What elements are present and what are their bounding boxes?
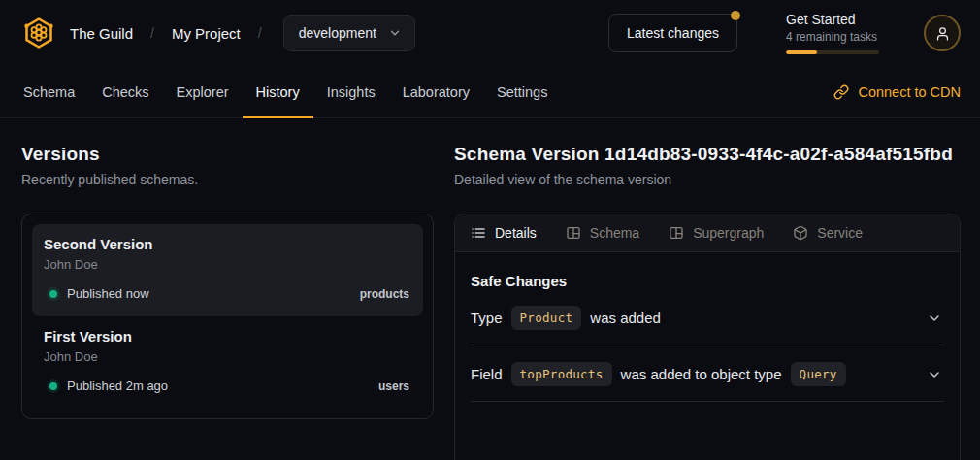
- change-prefix: Type: [471, 310, 503, 326]
- get-started-widget[interactable]: Get Started 4 remaining tasks: [786, 12, 879, 54]
- version-author: John Doe: [44, 257, 409, 272]
- code-badge: Product: [511, 306, 582, 330]
- detail-body: Safe Changes Type Product was added Fiel…: [455, 273, 960, 402]
- tab-details-label: Details: [495, 225, 537, 241]
- columns-icon: [669, 225, 684, 241]
- target-selector[interactable]: development: [283, 15, 415, 51]
- version-list-item-second[interactable]: Second Version John Doe Published now pr…: [32, 224, 423, 316]
- latest-changes-button[interactable]: Latest changes: [608, 14, 737, 52]
- tab-details[interactable]: Details: [471, 225, 537, 241]
- breadcrumb-separator: /: [258, 25, 262, 41]
- chevron-down-icon[interactable]: [927, 367, 942, 382]
- change-middle: was added to object type: [621, 366, 782, 382]
- latest-changes-label: Latest changes: [627, 25, 719, 41]
- breadcrumb-org[interactable]: The Guild: [70, 25, 133, 42]
- change-prefix: Field: [471, 366, 503, 382]
- version-detail-card: Details Schema Supergraph Service Safe C…: [454, 214, 961, 460]
- notification-dot: [731, 11, 740, 20]
- service-tag: users: [378, 379, 409, 393]
- versions-panel: Versions Recently published schemas. Sec…: [21, 118, 434, 460]
- top-bar: The Guild / My Project / development Lat…: [0, 0, 980, 66]
- tab-settings[interactable]: Settings: [483, 66, 561, 117]
- tab-insights[interactable]: Insights: [313, 66, 389, 117]
- chevron-down-icon: [388, 26, 402, 40]
- project-nav: Schema Checks Explorer History Insights …: [0, 66, 980, 118]
- schema-version-title: Schema Version 1d14db83-0933-4f4c-a02f-a…: [454, 144, 961, 165]
- connect-to-cdn-link[interactable]: Connect to CDN: [833, 66, 961, 117]
- change-row-field-added[interactable]: Field topProducts was added to object ty…: [471, 347, 944, 402]
- tab-supergraph-label: Supergraph: [693, 225, 764, 241]
- progress-fill: [786, 50, 817, 54]
- user-icon: [934, 25, 951, 42]
- versions-title: Versions: [21, 144, 434, 165]
- main-content: Versions Recently published schemas. Sec…: [0, 118, 980, 460]
- breadcrumb-separator: /: [150, 25, 154, 41]
- tab-supergraph[interactable]: Supergraph: [669, 225, 764, 241]
- tab-explorer[interactable]: Explorer: [163, 66, 243, 117]
- change-row-type-added[interactable]: Type Product was added: [471, 291, 944, 345]
- version-name: First Version: [44, 328, 409, 345]
- target-selector-value: development: [299, 25, 376, 41]
- schema-version-subtitle: Detailed view of the schema version: [454, 172, 961, 187]
- tab-laboratory[interactable]: Laboratory: [389, 66, 483, 117]
- published-label: Published 2m ago: [67, 378, 168, 393]
- version-list-item-first[interactable]: First Version John Doe Published 2m ago …: [32, 316, 423, 409]
- link-icon: [833, 84, 849, 100]
- connect-to-cdn-label: Connect to CDN: [858, 84, 961, 100]
- columns-icon: [566, 225, 581, 241]
- breadcrumb-project[interactable]: My Project: [172, 25, 241, 42]
- get-started-title: Get Started: [786, 12, 879, 27]
- get-started-subtitle: 4 remaining tasks: [786, 30, 879, 44]
- get-started-progress: [786, 50, 879, 54]
- cube-icon: [793, 225, 808, 241]
- versions-list: Second Version John Doe Published now pr…: [21, 214, 434, 419]
- tab-history[interactable]: History: [243, 66, 313, 117]
- chevron-down-icon[interactable]: [927, 311, 942, 326]
- versions-subtitle: Recently published schemas.: [21, 172, 434, 187]
- tab-schema-view-label: Schema: [590, 225, 639, 241]
- tab-checks[interactable]: Checks: [88, 66, 162, 117]
- schema-version-panel: Schema Version 1d14db83-0933-4f4c-a02f-a…: [454, 118, 961, 460]
- tab-service[interactable]: Service: [793, 225, 863, 241]
- tab-schema-view[interactable]: Schema: [566, 225, 639, 241]
- service-tag: products: [360, 287, 409, 301]
- code-badge: Query: [791, 362, 846, 386]
- version-author: John Doe: [44, 349, 409, 364]
- tab-service-label: Service: [817, 225, 863, 241]
- published-label: Published now: [67, 286, 149, 301]
- detail-tab-list: Details Schema Supergraph Service: [455, 214, 960, 252]
- change-middle: was added: [590, 310, 661, 326]
- code-badge: topProducts: [511, 362, 612, 386]
- published-status-dot: [49, 382, 57, 390]
- safe-changes-title: Safe Changes: [471, 273, 944, 289]
- guild-logo-icon[interactable]: [21, 16, 56, 50]
- user-avatar[interactable]: [924, 15, 961, 51]
- published-status-dot: [49, 290, 57, 298]
- version-name: Second Version: [44, 236, 409, 252]
- list-icon: [471, 225, 486, 241]
- tab-schema[interactable]: Schema: [10, 66, 88, 117]
